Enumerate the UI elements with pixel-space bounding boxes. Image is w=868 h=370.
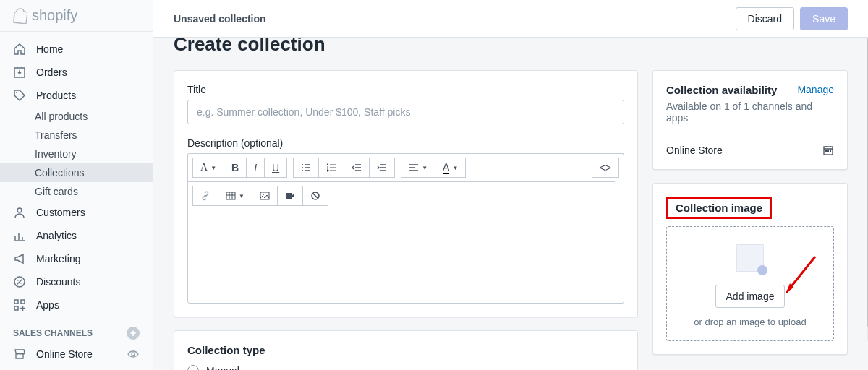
code-view-button[interactable]: <> <box>592 158 619 178</box>
outdent-button[interactable] <box>344 158 370 178</box>
underline-button[interactable]: U <box>264 158 287 178</box>
nav-customers[interactable]: Customers <box>0 201 153 224</box>
italic-button[interactable]: I <box>246 158 265 178</box>
title-label: Title <box>187 84 624 95</box>
eye-icon[interactable] <box>127 348 140 361</box>
number-list-button[interactable] <box>318 158 344 178</box>
customers-icon <box>13 206 26 219</box>
rte-toolbar: A▼ B I U <box>187 153 624 210</box>
svg-point-13 <box>263 194 264 195</box>
nav-label: Analytics <box>36 230 77 241</box>
svg-rect-4 <box>14 300 18 304</box>
svg-rect-6 <box>14 306 18 310</box>
radio-label: Manual <box>206 365 239 370</box>
clear-format-button[interactable] <box>302 186 328 206</box>
nav-apps[interactable]: Apps <box>0 293 153 317</box>
bold-button[interactable]: B <box>224 158 247 178</box>
nav-label: Home <box>36 43 63 55</box>
nav-label: Apps <box>36 299 59 311</box>
nav-online-store[interactable]: Online Store <box>0 343 153 366</box>
image-dropzone[interactable]: Add image or drop an image to upload <box>666 226 834 341</box>
add-channel-button[interactable]: + <box>127 327 140 340</box>
nav-label: Products <box>36 90 76 101</box>
marketing-icon <box>13 252 26 265</box>
drop-hint: or drop an image to upload <box>676 317 825 327</box>
collection-type-title: Collection type <box>187 344 624 356</box>
font-style-button[interactable]: A▼ <box>192 158 224 178</box>
nav-home[interactable]: Home <box>0 38 153 61</box>
svg-point-10 <box>302 170 303 171</box>
svg-rect-17 <box>825 150 827 152</box>
video-button[interactable] <box>277 186 303 206</box>
table-button[interactable]: ▼ <box>218 186 252 206</box>
svg-point-8 <box>302 164 303 165</box>
collection-image-card: Collection image Add image or drop an im… <box>652 183 848 355</box>
bullet-list-button[interactable] <box>293 158 319 178</box>
description-editor[interactable] <box>187 210 624 304</box>
nav-transfers[interactable]: Transfers <box>0 126 153 145</box>
channel-name: Online Store <box>666 145 723 156</box>
svg-marker-21 <box>786 283 793 293</box>
description-label: Description (optional) <box>187 137 624 149</box>
page-title: Create collection <box>174 38 848 64</box>
svg-rect-18 <box>827 150 829 152</box>
availability-text: Available on 1 of 1 channels and apps <box>666 100 834 124</box>
nav-all-products[interactable]: All products <box>0 107 153 126</box>
nav-label: Customers <box>36 207 85 218</box>
svg-rect-11 <box>226 192 235 199</box>
annotation-highlight: Collection image <box>666 197 772 219</box>
svg-point-9 <box>302 167 303 168</box>
sales-channels-header: SALES CHANNELS + <box>0 317 153 343</box>
svg-rect-5 <box>21 300 25 304</box>
contextual-save-title: Unsaved collection <box>174 13 266 25</box>
shopify-logo: shopify <box>0 0 153 32</box>
availability-card: Collection availability Manage Available… <box>652 70 848 170</box>
apps-icon <box>13 298 26 311</box>
nav-orders[interactable]: Orders <box>0 61 153 84</box>
nav-label: Orders <box>36 66 67 78</box>
svg-point-2 <box>17 208 22 212</box>
shopify-bag-icon <box>13 8 27 24</box>
nav-label: Marketing <box>36 253 80 264</box>
availability-title: Collection availability <box>666 84 777 96</box>
products-icon <box>13 89 26 102</box>
collection-type-card: Collection type Manual Add products to t… <box>174 330 638 370</box>
discard-button[interactable]: Discard <box>736 7 794 30</box>
nav-analytics[interactable]: Analytics <box>0 224 153 247</box>
svg-rect-19 <box>830 150 831 152</box>
home-icon <box>13 43 26 56</box>
link-button[interactable] <box>192 186 218 206</box>
discounts-icon <box>13 275 26 288</box>
manage-link[interactable]: Manage <box>797 84 834 95</box>
store-icon <box>13 348 26 361</box>
text-color-button[interactable]: A▼ <box>435 158 466 178</box>
svg-point-1 <box>16 92 17 93</box>
nav-label: Discounts <box>36 276 80 288</box>
analytics-icon <box>13 229 26 242</box>
collection-image-title: Collection image <box>676 202 762 214</box>
align-button[interactable]: ▼ <box>401 158 435 178</box>
save-button[interactable]: Save <box>800 7 848 30</box>
image-button[interactable] <box>252 186 278 206</box>
title-description-card: Title Description (optional) A▼ B I U <box>174 70 638 317</box>
manual-radio[interactable]: Manual <box>187 365 624 370</box>
nav-label: Online Store <box>36 348 93 360</box>
radio-icon <box>187 365 199 370</box>
orders-icon <box>13 66 26 79</box>
calendar-icon[interactable] <box>822 145 834 156</box>
svg-line-20 <box>786 257 815 293</box>
nav-inventory[interactable]: Inventory <box>0 145 153 163</box>
svg-point-7 <box>132 353 135 356</box>
title-input[interactable] <box>187 100 624 124</box>
nav-marketing[interactable]: Marketing <box>0 247 153 270</box>
nav-products[interactable]: Products <box>0 84 153 107</box>
image-placeholder-icon <box>736 244 764 272</box>
nav-gift-cards[interactable]: Gift cards <box>0 182 153 201</box>
indent-button[interactable] <box>369 158 395 178</box>
svg-rect-14 <box>286 193 292 199</box>
nav-collections[interactable]: Collections <box>0 163 153 182</box>
add-image-button[interactable]: Add image <box>715 285 786 308</box>
nav-discounts[interactable]: Discounts <box>0 270 153 293</box>
